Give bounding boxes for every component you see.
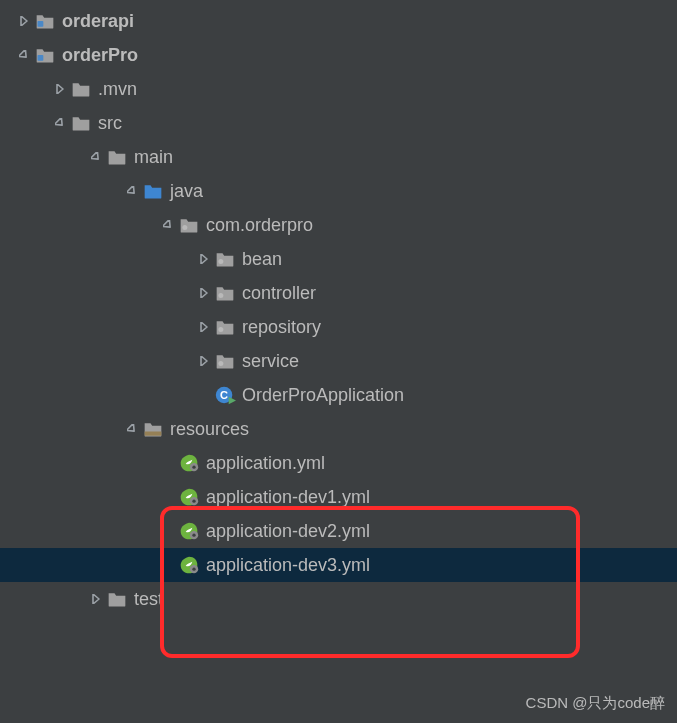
tree-label: application-dev1.yml	[206, 487, 370, 508]
tree-row-app[interactable]: C OrderProApplication	[0, 378, 677, 412]
res-folder-icon	[142, 418, 164, 440]
tree-label: controller	[242, 283, 316, 304]
tree-label: .mvn	[98, 79, 137, 100]
chevron-down-icon[interactable]	[158, 220, 178, 230]
tree-row-mvn[interactable]: .mvn	[0, 72, 677, 106]
package-icon	[214, 350, 236, 372]
chevron-right-icon[interactable]	[86, 594, 106, 604]
chevron-right-icon[interactable]	[14, 16, 34, 26]
project-tree[interactable]: orderapi orderPro .mvn src main java com…	[0, 0, 677, 616]
module-icon	[34, 44, 56, 66]
tree-label: application-dev2.yml	[206, 521, 370, 542]
svg-point-4	[218, 293, 223, 298]
tree-row-yml2[interactable]: application-dev2.yml	[0, 514, 677, 548]
svg-rect-1	[38, 55, 44, 61]
chevron-right-icon[interactable]	[194, 356, 214, 366]
svg-point-5	[218, 327, 223, 332]
class-run-icon: C	[214, 384, 236, 406]
spring-config-icon	[178, 486, 200, 508]
tree-label: service	[242, 351, 299, 372]
tree-label: bean	[242, 249, 282, 270]
tree-row-bean[interactable]: bean	[0, 242, 677, 276]
tree-row-resources[interactable]: resources	[0, 412, 677, 446]
watermark: CSDN @只为code醉	[526, 694, 665, 713]
tree-row-main[interactable]: main	[0, 140, 677, 174]
folder-icon	[106, 146, 128, 168]
chevron-right-icon[interactable]	[50, 84, 70, 94]
chevron-down-icon[interactable]	[50, 118, 70, 128]
spring-config-icon	[178, 520, 200, 542]
tree-label: java	[170, 181, 203, 202]
svg-rect-9	[145, 432, 162, 436]
package-icon	[214, 316, 236, 338]
chevron-down-icon[interactable]	[122, 186, 142, 196]
tree-row-repository[interactable]: repository	[0, 310, 677, 344]
tree-row-yml1[interactable]: application-dev1.yml	[0, 480, 677, 514]
tree-label: orderPro	[62, 45, 138, 66]
svg-point-13	[192, 500, 195, 503]
svg-point-11	[192, 466, 195, 469]
chevron-right-icon[interactable]	[194, 288, 214, 298]
src-folder-icon	[142, 180, 164, 202]
chevron-right-icon[interactable]	[194, 322, 214, 332]
svg-point-3	[218, 259, 223, 264]
tree-label: main	[134, 147, 173, 168]
tree-label: src	[98, 113, 122, 134]
tree-label: OrderProApplication	[242, 385, 404, 406]
tree-label: com.orderpro	[206, 215, 313, 236]
chevron-down-icon[interactable]	[86, 152, 106, 162]
tree-row-yml0[interactable]: application.yml	[0, 446, 677, 480]
tree-row-src[interactable]: src	[0, 106, 677, 140]
folder-icon	[106, 588, 128, 610]
module-icon	[34, 10, 56, 32]
tree-row-yml3[interactable]: application-dev3.yml	[0, 548, 677, 582]
spring-config-icon	[178, 452, 200, 474]
svg-point-2	[182, 225, 187, 230]
tree-row-controller[interactable]: controller	[0, 276, 677, 310]
tree-row-pkg[interactable]: com.orderpro	[0, 208, 677, 242]
tree-label: application.yml	[206, 453, 325, 474]
tree-label: orderapi	[62, 11, 134, 32]
tree-row-service[interactable]: service	[0, 344, 677, 378]
folder-icon	[70, 78, 92, 100]
tree-row-orderpro[interactable]: orderPro	[0, 38, 677, 72]
tree-row-java[interactable]: java	[0, 174, 677, 208]
folder-icon	[70, 112, 92, 134]
chevron-down-icon[interactable]	[122, 424, 142, 434]
chevron-right-icon[interactable]	[194, 254, 214, 264]
package-icon	[214, 282, 236, 304]
svg-point-6	[218, 361, 223, 366]
tree-row-orderapi[interactable]: orderapi	[0, 4, 677, 38]
spring-config-icon	[178, 554, 200, 576]
tree-row-test[interactable]: test	[0, 582, 677, 616]
package-icon	[178, 214, 200, 236]
svg-point-15	[192, 534, 195, 537]
package-icon	[214, 248, 236, 270]
chevron-down-icon[interactable]	[14, 50, 34, 60]
svg-point-17	[192, 568, 195, 571]
tree-label: test	[134, 589, 163, 610]
tree-label: repository	[242, 317, 321, 338]
tree-label: resources	[170, 419, 249, 440]
svg-text:C: C	[220, 389, 228, 401]
svg-rect-0	[38, 21, 44, 27]
tree-label: application-dev3.yml	[206, 555, 370, 576]
